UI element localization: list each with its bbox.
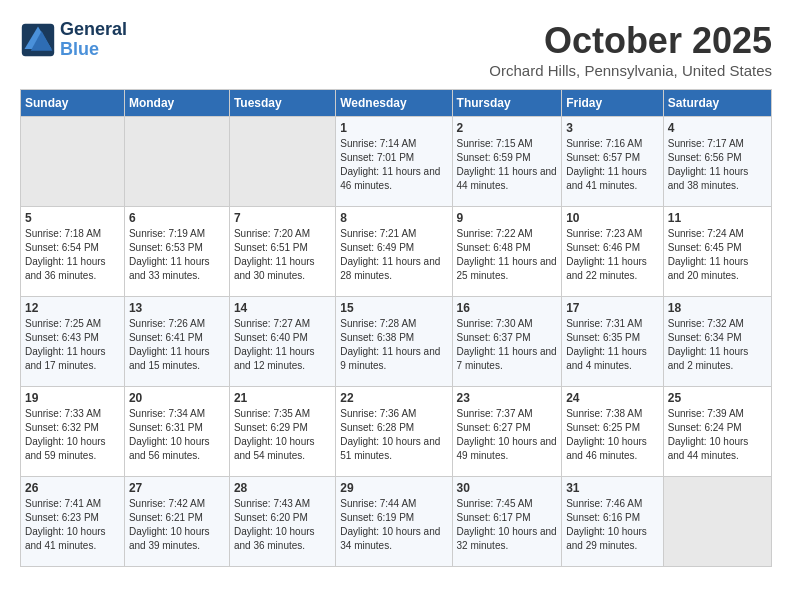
weekday-header: Sunday xyxy=(21,90,125,117)
calendar-cell: 26Sunrise: 7:41 AM Sunset: 6:23 PM Dayli… xyxy=(21,477,125,567)
day-info: Sunrise: 7:23 AM Sunset: 6:46 PM Dayligh… xyxy=(566,227,659,283)
day-info: Sunrise: 7:22 AM Sunset: 6:48 PM Dayligh… xyxy=(457,227,558,283)
day-info: Sunrise: 7:34 AM Sunset: 6:31 PM Dayligh… xyxy=(129,407,225,463)
weekday-header: Tuesday xyxy=(229,90,335,117)
calendar-cell: 11Sunrise: 7:24 AM Sunset: 6:45 PM Dayli… xyxy=(663,207,771,297)
calendar-cell: 21Sunrise: 7:35 AM Sunset: 6:29 PM Dayli… xyxy=(229,387,335,477)
day-info: Sunrise: 7:41 AM Sunset: 6:23 PM Dayligh… xyxy=(25,497,120,553)
logo: General Blue xyxy=(20,20,127,60)
day-info: Sunrise: 7:25 AM Sunset: 6:43 PM Dayligh… xyxy=(25,317,120,373)
day-number: 20 xyxy=(129,391,225,405)
calendar-cell: 6Sunrise: 7:19 AM Sunset: 6:53 PM Daylig… xyxy=(124,207,229,297)
day-info: Sunrise: 7:14 AM Sunset: 7:01 PM Dayligh… xyxy=(340,137,447,193)
day-number: 23 xyxy=(457,391,558,405)
day-info: Sunrise: 7:17 AM Sunset: 6:56 PM Dayligh… xyxy=(668,137,767,193)
day-number: 26 xyxy=(25,481,120,495)
calendar-cell: 13Sunrise: 7:26 AM Sunset: 6:41 PM Dayli… xyxy=(124,297,229,387)
calendar-table: SundayMondayTuesdayWednesdayThursdayFrid… xyxy=(20,89,772,567)
calendar-cell: 10Sunrise: 7:23 AM Sunset: 6:46 PM Dayli… xyxy=(562,207,664,297)
day-number: 2 xyxy=(457,121,558,135)
day-number: 4 xyxy=(668,121,767,135)
calendar-cell: 14Sunrise: 7:27 AM Sunset: 6:40 PM Dayli… xyxy=(229,297,335,387)
day-number: 16 xyxy=(457,301,558,315)
day-number: 28 xyxy=(234,481,331,495)
day-info: Sunrise: 7:43 AM Sunset: 6:20 PM Dayligh… xyxy=(234,497,331,553)
day-number: 13 xyxy=(129,301,225,315)
day-info: Sunrise: 7:18 AM Sunset: 6:54 PM Dayligh… xyxy=(25,227,120,283)
day-number: 8 xyxy=(340,211,447,225)
day-number: 1 xyxy=(340,121,447,135)
day-number: 30 xyxy=(457,481,558,495)
calendar-cell: 29Sunrise: 7:44 AM Sunset: 6:19 PM Dayli… xyxy=(336,477,452,567)
day-number: 9 xyxy=(457,211,558,225)
logo-line2: Blue xyxy=(60,40,127,60)
logo-icon xyxy=(20,22,56,58)
day-number: 21 xyxy=(234,391,331,405)
day-number: 3 xyxy=(566,121,659,135)
day-info: Sunrise: 7:28 AM Sunset: 6:38 PM Dayligh… xyxy=(340,317,447,373)
calendar-cell: 12Sunrise: 7:25 AM Sunset: 6:43 PM Dayli… xyxy=(21,297,125,387)
day-number: 14 xyxy=(234,301,331,315)
weekday-header: Wednesday xyxy=(336,90,452,117)
calendar-cell: 2Sunrise: 7:15 AM Sunset: 6:59 PM Daylig… xyxy=(452,117,562,207)
calendar-cell: 19Sunrise: 7:33 AM Sunset: 6:32 PM Dayli… xyxy=(21,387,125,477)
weekday-header: Saturday xyxy=(663,90,771,117)
calendar-cell: 18Sunrise: 7:32 AM Sunset: 6:34 PM Dayli… xyxy=(663,297,771,387)
calendar-cell: 24Sunrise: 7:38 AM Sunset: 6:25 PM Dayli… xyxy=(562,387,664,477)
calendar-cell: 16Sunrise: 7:30 AM Sunset: 6:37 PM Dayli… xyxy=(452,297,562,387)
day-info: Sunrise: 7:31 AM Sunset: 6:35 PM Dayligh… xyxy=(566,317,659,373)
day-number: 15 xyxy=(340,301,447,315)
day-info: Sunrise: 7:36 AM Sunset: 6:28 PM Dayligh… xyxy=(340,407,447,463)
calendar-cell: 27Sunrise: 7:42 AM Sunset: 6:21 PM Dayli… xyxy=(124,477,229,567)
calendar-cell: 17Sunrise: 7:31 AM Sunset: 6:35 PM Dayli… xyxy=(562,297,664,387)
day-info: Sunrise: 7:33 AM Sunset: 6:32 PM Dayligh… xyxy=(25,407,120,463)
day-info: Sunrise: 7:30 AM Sunset: 6:37 PM Dayligh… xyxy=(457,317,558,373)
day-info: Sunrise: 7:16 AM Sunset: 6:57 PM Dayligh… xyxy=(566,137,659,193)
day-number: 24 xyxy=(566,391,659,405)
day-number: 31 xyxy=(566,481,659,495)
title-block: October 2025 Orchard Hills, Pennsylvania… xyxy=(489,20,772,79)
calendar-cell xyxy=(124,117,229,207)
calendar-cell: 3Sunrise: 7:16 AM Sunset: 6:57 PM Daylig… xyxy=(562,117,664,207)
page-header: General Blue October 2025 Orchard Hills,… xyxy=(20,20,772,79)
day-number: 5 xyxy=(25,211,120,225)
day-number: 29 xyxy=(340,481,447,495)
calendar-cell: 22Sunrise: 7:36 AM Sunset: 6:28 PM Dayli… xyxy=(336,387,452,477)
weekday-header: Monday xyxy=(124,90,229,117)
day-number: 19 xyxy=(25,391,120,405)
calendar-cell: 5Sunrise: 7:18 AM Sunset: 6:54 PM Daylig… xyxy=(21,207,125,297)
calendar-cell xyxy=(21,117,125,207)
day-info: Sunrise: 7:19 AM Sunset: 6:53 PM Dayligh… xyxy=(129,227,225,283)
day-number: 25 xyxy=(668,391,767,405)
day-info: Sunrise: 7:37 AM Sunset: 6:27 PM Dayligh… xyxy=(457,407,558,463)
logo-line1: General xyxy=(60,20,127,40)
day-info: Sunrise: 7:38 AM Sunset: 6:25 PM Dayligh… xyxy=(566,407,659,463)
calendar-cell: 15Sunrise: 7:28 AM Sunset: 6:38 PM Dayli… xyxy=(336,297,452,387)
day-info: Sunrise: 7:26 AM Sunset: 6:41 PM Dayligh… xyxy=(129,317,225,373)
day-number: 18 xyxy=(668,301,767,315)
day-number: 6 xyxy=(129,211,225,225)
calendar-header: SundayMondayTuesdayWednesdayThursdayFrid… xyxy=(21,90,772,117)
day-info: Sunrise: 7:27 AM Sunset: 6:40 PM Dayligh… xyxy=(234,317,331,373)
calendar-cell: 30Sunrise: 7:45 AM Sunset: 6:17 PM Dayli… xyxy=(452,477,562,567)
day-info: Sunrise: 7:15 AM Sunset: 6:59 PM Dayligh… xyxy=(457,137,558,193)
day-info: Sunrise: 7:44 AM Sunset: 6:19 PM Dayligh… xyxy=(340,497,447,553)
day-info: Sunrise: 7:46 AM Sunset: 6:16 PM Dayligh… xyxy=(566,497,659,553)
day-number: 11 xyxy=(668,211,767,225)
calendar-cell: 8Sunrise: 7:21 AM Sunset: 6:49 PM Daylig… xyxy=(336,207,452,297)
day-info: Sunrise: 7:42 AM Sunset: 6:21 PM Dayligh… xyxy=(129,497,225,553)
day-number: 27 xyxy=(129,481,225,495)
calendar-cell: 7Sunrise: 7:20 AM Sunset: 6:51 PM Daylig… xyxy=(229,207,335,297)
day-number: 12 xyxy=(25,301,120,315)
day-info: Sunrise: 7:32 AM Sunset: 6:34 PM Dayligh… xyxy=(668,317,767,373)
day-number: 10 xyxy=(566,211,659,225)
day-number: 22 xyxy=(340,391,447,405)
weekday-header: Friday xyxy=(562,90,664,117)
calendar-cell: 31Sunrise: 7:46 AM Sunset: 6:16 PM Dayli… xyxy=(562,477,664,567)
calendar-cell: 20Sunrise: 7:34 AM Sunset: 6:31 PM Dayli… xyxy=(124,387,229,477)
calendar-cell: 25Sunrise: 7:39 AM Sunset: 6:24 PM Dayli… xyxy=(663,387,771,477)
day-number: 17 xyxy=(566,301,659,315)
location-subtitle: Orchard Hills, Pennsylvania, United Stat… xyxy=(489,62,772,79)
day-info: Sunrise: 7:24 AM Sunset: 6:45 PM Dayligh… xyxy=(668,227,767,283)
calendar-cell: 23Sunrise: 7:37 AM Sunset: 6:27 PM Dayli… xyxy=(452,387,562,477)
